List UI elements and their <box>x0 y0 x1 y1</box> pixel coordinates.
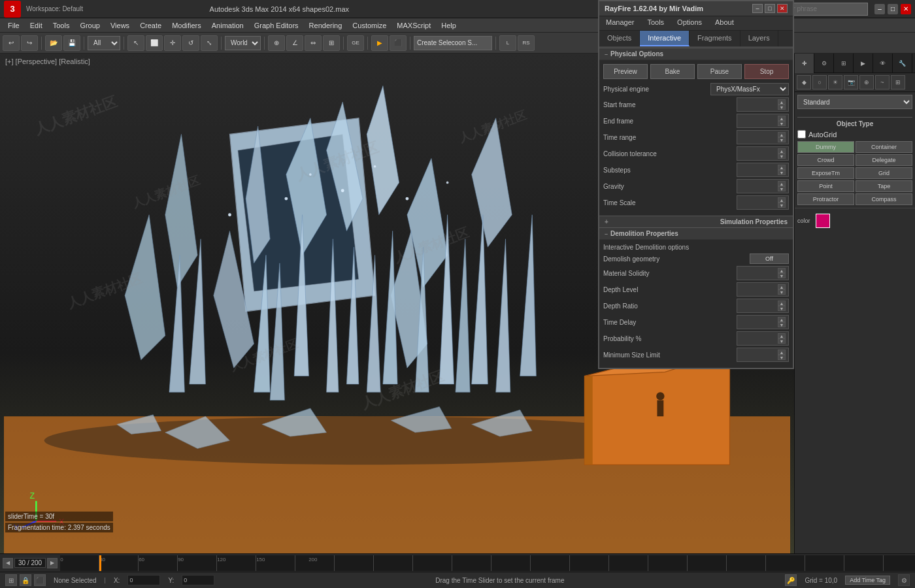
start-frame-up[interactable]: ▲ <box>778 99 786 105</box>
start-frame-input[interactable]: 18 <box>740 101 776 108</box>
timescale-up[interactable]: ▲ <box>778 197 786 203</box>
close-button[interactable]: ✕ <box>901 4 911 14</box>
panel-tab-utilities[interactable]: 🔧 <box>893 54 912 73</box>
menu-help[interactable]: Help <box>436 20 461 31</box>
material-solidity-up[interactable]: ▲ <box>778 268 786 273</box>
tb-scale[interactable]: ⤡ <box>201 35 218 51</box>
rf-minimize-btn[interactable]: – <box>752 4 763 13</box>
tb-rotate[interactable]: ↺ <box>182 35 199 51</box>
rf-menu-tools[interactable]: Tools <box>640 16 671 30</box>
tb-layers[interactable]: L <box>499 35 516 51</box>
timescale-down[interactable]: ▼ <box>778 203 786 208</box>
obj-btn-point[interactable]: Point <box>797 180 854 192</box>
substeps-up[interactable]: ▲ <box>778 165 786 170</box>
gravity-input[interactable]: 0,8 <box>740 183 776 190</box>
rf-tab-fragments[interactable]: Fragments <box>690 31 740 46</box>
obj-btn-tape[interactable]: Tape <box>856 180 912 192</box>
engine-dropdown[interactable]: PhysX/MassFx <box>710 83 789 95</box>
rf-tab-interactive[interactable]: Interactive <box>640 31 690 46</box>
tb-snap-angle[interactable]: ∠ <box>286 35 303 51</box>
standard-dropdown[interactable]: Standard <box>797 95 912 109</box>
menu-customize[interactable]: Customize <box>347 20 391 31</box>
collision-tolerance-down[interactable]: ▼ <box>778 154 786 159</box>
tb-render-frame[interactable]: ⬛ <box>390 35 407 51</box>
tl-next-btn[interactable]: ▶ <box>47 558 58 568</box>
obj-btn-delegate[interactable]: Delegate <box>856 154 912 166</box>
demolish-geometry-toggle[interactable]: Off <box>750 253 789 264</box>
menu-create[interactable]: Create <box>135 20 167 31</box>
time-range-down[interactable]: ▼ <box>778 137 786 142</box>
rf-demolition-header[interactable]: – Demolition Properties <box>599 227 793 240</box>
obj-btn-protractor[interactable]: Protractor <box>797 193 854 205</box>
gravity-down[interactable]: ▼ <box>778 186 786 191</box>
tb-open[interactable]: 📂 <box>45 35 62 51</box>
menu-animation[interactable]: Animation <box>207 20 249 31</box>
status-icon-2[interactable]: 🔒 <box>20 574 31 586</box>
depth-level-down[interactable]: ▼ <box>778 289 786 295</box>
stop-btn[interactable]: Stop <box>744 64 789 79</box>
depth-ratio-down[interactable]: ▼ <box>778 306 786 311</box>
rf-menu-about[interactable]: About <box>708 16 740 30</box>
menu-modifiers[interactable]: Modifiers <box>167 20 207 31</box>
tb-save[interactable]: 💾 <box>63 35 80 51</box>
panel-tab-hierarchy[interactable]: ⊞ <box>834 54 854 73</box>
gravity-up[interactable]: ▲ <box>778 181 786 186</box>
obj-btn-compass[interactable]: Compass <box>856 193 912 205</box>
bake-btn[interactable]: Bake <box>650 64 695 79</box>
minimize-button[interactable]: – <box>874 4 885 14</box>
status-icon-gear[interactable]: ⚙ <box>898 574 910 586</box>
substeps-down[interactable]: ▼ <box>778 170 786 175</box>
rf-menu-manager[interactable]: Manager <box>599 16 640 30</box>
tb-mirror[interactable]: ⇔ <box>305 35 322 51</box>
tb-undo[interactable]: ↩ <box>3 35 20 51</box>
preview-btn[interactable]: Preview <box>603 64 648 79</box>
end-frame-down[interactable]: ▼ <box>778 121 786 126</box>
tb-snap[interactable]: ⊕ <box>268 35 285 51</box>
tl-playhead[interactable] <box>99 555 101 571</box>
autogrid-checkbox[interactable] <box>797 130 806 139</box>
tb-redo[interactable]: ↪ <box>21 35 38 51</box>
rf-menu-options[interactable]: Options <box>671 16 708 30</box>
depth-ratio-input[interactable]: 0,4 <box>740 302 776 310</box>
material-solidity-down[interactable]: ▼ <box>778 273 786 278</box>
menu-edit[interactable]: Edit <box>25 20 48 31</box>
obj-btn-grid[interactable]: Grid <box>856 167 912 179</box>
rf-maximize-btn[interactable]: □ <box>765 4 775 13</box>
end-frame-input[interactable]: 200 <box>740 118 776 125</box>
create-space-warp-btn[interactable]: ~ <box>875 75 890 90</box>
probability-up[interactable]: ▲ <box>778 333 786 338</box>
end-frame-up[interactable]: ▲ <box>778 116 786 121</box>
depth-ratio-up[interactable]: ▲ <box>778 301 786 306</box>
panel-tab-create[interactable]: ✛ <box>795 54 814 73</box>
obj-btn-crowd[interactable]: Crowd <box>797 154 854 166</box>
menu-tools[interactable]: Tools <box>48 20 75 31</box>
add-time-tag-btn[interactable]: Add Time Tag <box>845 576 890 585</box>
material-solidity-input[interactable]: 0,2 <box>740 270 776 277</box>
time-delay-down[interactable]: ▼ <box>778 322 786 327</box>
timeline-track[interactable]: 0 30 60 90 120 150 200 <box>60 555 915 571</box>
tb-render-setup[interactable]: RS <box>518 35 535 51</box>
tb-render[interactable]: ▶ <box>371 35 388 51</box>
obj-btn-container[interactable]: Container <box>856 141 912 153</box>
depth-level-up[interactable]: ▲ <box>778 284 786 289</box>
tb-rect-select[interactable]: ⬜ <box>146 35 163 51</box>
time-range-input[interactable]: 182 <box>740 134 776 141</box>
tb-move[interactable]: ✛ <box>164 35 181 51</box>
create-camera-btn[interactable]: 📷 <box>844 75 858 90</box>
tb-graph-editor[interactable]: GE <box>347 35 364 51</box>
menu-group[interactable]: Group <box>75 20 105 31</box>
world-dropdown[interactable]: World <box>225 36 261 50</box>
collision-tolerance-up[interactable]: ▲ <box>778 148 786 154</box>
menu-graph-editors[interactable]: Graph Editors <box>249 20 304 31</box>
create-shape-btn[interactable]: ○ <box>812 75 827 90</box>
menu-views[interactable]: Views <box>105 20 135 31</box>
tb-align[interactable]: ⊞ <box>323 35 340 51</box>
rf-tab-layers[interactable]: Layers <box>740 31 778 46</box>
min-size-up[interactable]: ▲ <box>778 350 786 355</box>
coord-x-input[interactable] <box>127 575 160 585</box>
create-selection-input[interactable] <box>414 36 492 50</box>
min-size-down[interactable]: ▼ <box>778 355 786 360</box>
panel-tab-modify[interactable]: ⚙ <box>814 54 834 73</box>
time-range-up[interactable]: ▲ <box>778 132 786 137</box>
menu-rendering[interactable]: Rendering <box>304 20 348 31</box>
